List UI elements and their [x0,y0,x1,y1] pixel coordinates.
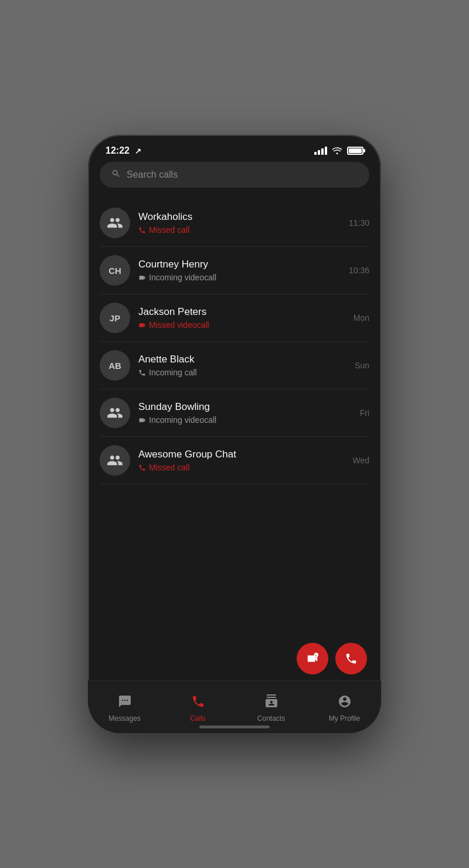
call-type-awesome: Missed call [138,463,344,472]
avatar-anette: AB [100,350,130,381]
phone-frame: 12:22 ↗ [88,135,381,733]
call-list: Workaholics Missed call 11:30 CH Courtne… [100,199,369,484]
call-name-jackson: Jackson Peters [138,306,345,318]
tab-profile[interactable]: My Profile [308,694,381,723]
screen-content: Search calls Workaholics Missed call [88,162,381,684]
call-item-sunday[interactable]: Sunday Bowling Incoming videocall Fri [100,389,369,437]
search-bar[interactable]: Search calls [100,162,369,188]
location-icon: ↗ [135,147,141,155]
tab-calls[interactable]: Calls [161,694,235,723]
call-type-jackson: Missed videocall [138,320,345,330]
new-call-button[interactable] [335,643,367,674]
avatar-jackson: JP [100,303,130,333]
call-time-sunday: Fri [360,408,369,418]
call-type-courtney: Incoming videocall [138,273,341,282]
call-type-anette: Incoming call [138,368,346,377]
call-name-courtney: Courtney Henry [138,259,341,270]
avatar-sunday [100,398,130,428]
messages-label: Messages [108,714,141,723]
call-info-jackson: Jackson Peters Missed videocall [138,306,345,330]
fab-area: + [297,643,367,674]
call-name-sunday: Sunday Bowling [138,401,352,413]
messages-icon [118,694,132,712]
call-time-workaholics: 11:30 [349,218,369,228]
call-info-courtney: Courtney Henry Incoming videocall [138,259,341,282]
profile-icon [338,694,352,712]
call-type-sunday: Incoming videocall [138,415,352,425]
call-info-awesome: Awesome Group Chat Missed call [138,449,344,472]
status-left: 12:22 ↗ [106,145,141,156]
wifi-icon [332,146,342,156]
call-info-workaholics: Workaholics Missed call [138,211,341,235]
call-time-anette: Sun [355,361,369,370]
call-name-workaholics: Workaholics [138,211,341,223]
calls-label: Calls [190,714,206,723]
avatar-workaholics [100,208,130,238]
battery-icon [347,147,363,155]
call-name-awesome: Awesome Group Chat [138,449,344,460]
avatar-awesome [100,445,130,476]
new-video-call-button[interactable]: + [297,643,328,674]
call-info-sunday: Sunday Bowling Incoming videocall [138,401,352,425]
call-item-anette[interactable]: AB Anette Black Incoming call Sun [100,342,369,389]
call-time-jackson: Mon [354,313,369,323]
call-item-workaholics[interactable]: Workaholics Missed call 11:30 [100,199,369,247]
avatar-courtney: CH [100,255,130,286]
calls-icon [191,694,205,712]
status-bar: 12:22 ↗ [88,135,381,162]
call-type-workaholics: Missed call [138,225,341,235]
call-time-courtney: 10:36 [349,266,369,275]
search-placeholder: Search calls [127,169,178,180]
contacts-label: Contacts [257,714,285,723]
contacts-icon [264,694,278,712]
call-item-courtney[interactable]: CH Courtney Henry Incoming videocall 10:… [100,247,369,294]
call-time-awesome: Wed [352,456,369,465]
call-item-awesome[interactable]: Awesome Group Chat Missed call Wed [100,437,369,484]
tab-messages[interactable]: Messages [88,694,161,723]
search-icon [111,169,121,181]
svg-text:+: + [315,653,317,657]
home-indicator [199,725,270,728]
signal-icon [314,147,327,155]
call-info-anette: Anette Black Incoming call [138,354,346,377]
status-right [314,146,363,156]
time-display: 12:22 [106,145,130,156]
tab-contacts[interactable]: Contacts [235,694,308,723]
call-item-jackson[interactable]: JP Jackson Peters Missed videocall Mon [100,294,369,342]
profile-label: My Profile [329,714,360,723]
call-name-anette: Anette Black [138,354,346,365]
